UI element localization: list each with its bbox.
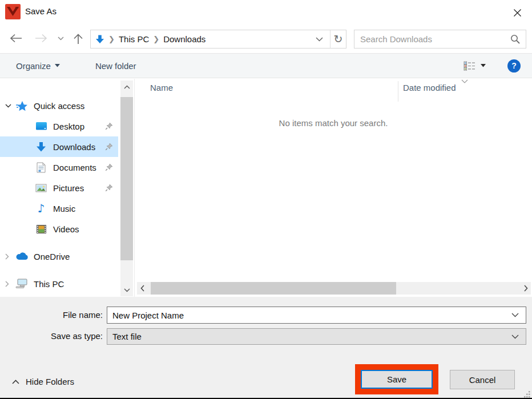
svg-text:vs: vs <box>15 5 19 9</box>
quick-access-star-icon <box>15 100 29 111</box>
sidebar-item-pictures[interactable]: Pictures <box>0 178 118 198</box>
sidebar-item-this-pc[interactable]: This PC <box>0 273 118 294</box>
change-view-button[interactable] <box>464 61 486 71</box>
breadcrumb-separator: ❯ <box>149 35 163 43</box>
details-view-icon <box>464 61 475 71</box>
sidebar-item-label: Music <box>48 204 118 213</box>
column-filter-chevron-icon[interactable] <box>461 79 468 83</box>
pictures-icon <box>34 184 48 192</box>
address-bar[interactable]: ❯ This PC ❯ Downloads ↻ <box>90 30 346 49</box>
dialog-body: Quick access Desktop <box>0 79 532 297</box>
command-toolbar: Organize New folder <box>0 53 532 78</box>
caret-down-icon <box>481 64 486 67</box>
sidebar-item-label: Quick access <box>29 101 118 111</box>
recent-locations-chevron-icon[interactable] <box>58 37 64 41</box>
scrollbar-thumb[interactable] <box>120 97 133 260</box>
navigation-bar: ❯ This PC ❯ Downloads ↻ <box>0 25 532 53</box>
breadcrumb-separator: ❯ <box>104 35 119 43</box>
save-button[interactable]: Save <box>361 370 433 389</box>
file-name-field[interactable] <box>107 307 526 324</box>
sidebar-item-music[interactable]: ♪ Music <box>0 198 118 219</box>
organize-label: Organize <box>16 61 51 71</box>
save-as-type-select[interactable]: Text file <box>107 328 526 345</box>
app-icon: vs <box>5 4 21 19</box>
back-icon[interactable] <box>9 33 23 43</box>
column-header-date-modified[interactable]: Date modified <box>403 83 456 92</box>
pin-icon <box>105 163 113 171</box>
address-dropdown-chevron-icon[interactable] <box>309 37 330 42</box>
chevron-down-icon[interactable] <box>511 334 526 339</box>
save-as-dialog: vs Save As ❯ This PC ❯ Downloads <box>0 0 532 399</box>
navigation-pane: Quick access Desktop <box>0 79 134 297</box>
hide-folders-button[interactable]: Hide Folders <box>12 377 74 386</box>
pin-icon <box>105 143 113 151</box>
sidebar-scrollbar[interactable] <box>120 80 133 296</box>
save-as-type-label: Save as type: <box>0 331 103 341</box>
sidebar-item-label: Downloads <box>48 142 105 152</box>
videos-icon <box>34 224 48 234</box>
breadcrumb-downloads[interactable]: Downloads <box>163 34 205 44</box>
save-as-type-value: Text file <box>107 332 511 341</box>
sidebar-item-videos[interactable]: Videos <box>0 219 118 239</box>
chevron-down-icon[interactable] <box>0 104 15 108</box>
chevron-right-icon[interactable] <box>0 281 15 287</box>
sidebar-item-downloads[interactable]: Downloads <box>0 136 118 157</box>
horizontal-scrollbar[interactable] <box>137 282 531 295</box>
footer-panel: File name: Save as type: Text file Hide … <box>0 297 532 399</box>
search-icon[interactable] <box>510 34 526 44</box>
annotation-highlight: Save <box>355 364 438 394</box>
pin-icon <box>105 184 113 192</box>
breadcrumb-this-pc[interactable]: This PC <box>119 34 149 44</box>
sidebar-item-label: This PC <box>29 279 118 289</box>
caret-down-icon <box>55 64 60 67</box>
sidebar-item-quick-access[interactable]: Quick access <box>0 95 118 116</box>
cancel-button[interactable]: Cancel <box>450 370 515 389</box>
help-icon[interactable]: ? <box>507 59 521 72</box>
scroll-left-icon[interactable] <box>137 282 147 295</box>
search-input[interactable] <box>354 34 510 44</box>
onedrive-icon <box>15 252 29 260</box>
column-divider[interactable] <box>398 81 398 102</box>
downloads-folder-icon <box>91 34 104 45</box>
scroll-up-icon[interactable] <box>120 80 133 93</box>
window-title: Save As <box>25 6 57 16</box>
refresh-icon[interactable]: ↻ <box>331 30 346 48</box>
empty-folder-message: No items match your search. <box>135 118 532 128</box>
search-box[interactable] <box>354 30 526 49</box>
desktop-icon <box>34 122 48 131</box>
pin-icon <box>105 122 113 130</box>
column-header-name[interactable]: Name <box>150 83 173 92</box>
sidebar-item-documents[interactable]: Documents <box>0 157 118 178</box>
scroll-right-icon[interactable] <box>521 282 531 295</box>
sidebar-item-desktop[interactable]: Desktop <box>0 116 118 136</box>
sidebar-item-label: Desktop <box>48 122 105 131</box>
new-folder-label: New folder <box>95 61 136 71</box>
title-bar: vs Save As <box>0 0 532 25</box>
chevron-down-icon[interactable] <box>511 313 526 317</box>
up-icon[interactable] <box>73 33 83 45</box>
chevron-up-icon <box>12 380 19 384</box>
this-pc-icon <box>15 279 29 289</box>
scrollbar-thumb[interactable] <box>151 282 396 295</box>
music-icon: ♪ <box>34 201 48 215</box>
sidebar-item-label: OneDrive <box>29 252 118 261</box>
downloads-icon <box>34 142 48 152</box>
file-name-input[interactable] <box>107 311 511 320</box>
forward-icon[interactable] <box>34 33 48 43</box>
file-list-pane: Name Date modified No items match your s… <box>134 79 532 297</box>
sidebar-item-label: Videos <box>48 224 118 234</box>
sidebar-item-label: Documents <box>48 163 105 172</box>
file-name-label: File name: <box>0 310 103 320</box>
organize-button[interactable]: Organize <box>16 61 60 71</box>
resize-grip[interactable] <box>523 390 531 398</box>
new-folder-button[interactable]: New folder <box>95 61 136 71</box>
documents-icon <box>34 162 48 173</box>
close-icon[interactable] <box>509 6 525 19</box>
sidebar-item-onedrive[interactable]: OneDrive <box>0 246 118 267</box>
hide-folders-label: Hide Folders <box>26 377 74 386</box>
scroll-down-icon[interactable] <box>120 284 133 296</box>
sidebar-item-label: Pictures <box>48 183 105 193</box>
chevron-right-icon[interactable] <box>0 253 15 260</box>
